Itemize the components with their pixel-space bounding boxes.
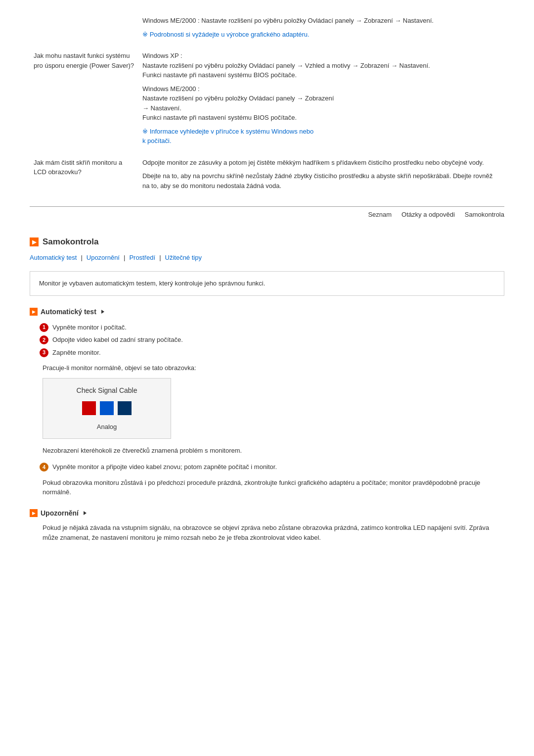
info-box-text: Monitor je vybaven automatickým testem, … bbox=[39, 280, 265, 287]
samokontrola-header: ▶ Samokontrola bbox=[30, 237, 504, 247]
upozorneni-header: ▶ Upozornění bbox=[30, 509, 504, 517]
signal-box: Check Signal Cable Analog bbox=[43, 378, 171, 439]
samokontrola-icon: ▶ bbox=[30, 237, 39, 246]
automaticky-test-header: ▶ Automatický test bbox=[30, 308, 504, 316]
sub-nav-tipy[interactable]: Užitečné tipy bbox=[165, 254, 202, 261]
faq-answer-3: Odpojte monitor ze zásuvky a potom jej č… bbox=[138, 152, 504, 197]
tab-seznam[interactable]: Seznam bbox=[368, 211, 392, 218]
upozorneni-text: Pokud je nějaká závada na vstupním signá… bbox=[43, 523, 504, 544]
step-4-warning: Nezobrazení kteréhokoli ze čtverečků zna… bbox=[43, 446, 504, 456]
faq-note-2: Informace vyhledejte v příručce k systém… bbox=[142, 127, 500, 146]
faq-row-3: Jak mám čistit skříň monitoru a LCD obra… bbox=[30, 152, 504, 197]
sub-nav-sep-3: | bbox=[159, 254, 161, 261]
step4-list: 4 Vypněte monitor a připojte video kabel… bbox=[40, 462, 504, 472]
faq-row-2: Jak mohu nastavit funkci systému pro úsp… bbox=[30, 45, 504, 152]
automaticky-title: Automatický test bbox=[41, 308, 96, 316]
step-1-text: Vypněte monitor i počítač. bbox=[52, 323, 127, 332]
signal-title: Check Signal Cable bbox=[77, 386, 137, 394]
faq-question-3: Jak mám čistit skříň monitoru a LCD obra… bbox=[30, 152, 138, 197]
step-3-subtext: Pracuje-li monitor normálně, objeví se t… bbox=[43, 363, 504, 373]
samokontrola-title: Samokontrola bbox=[43, 237, 98, 247]
square-blue bbox=[100, 401, 114, 415]
step-2-badge: 2 bbox=[40, 335, 48, 344]
faq-row-1: Windows ME/2000 : Nastavte rozlišení po … bbox=[30, 10, 504, 45]
step-2-text: Odpojte video kabel od zadní strany počí… bbox=[52, 335, 183, 345]
faq-answer-2: Windows XP : Nastavte rozlišení po výběr… bbox=[138, 45, 504, 152]
step-4-badge: 4 bbox=[40, 463, 48, 472]
sub-nav-sep-1: | bbox=[81, 254, 82, 261]
upozorneni-triangle-icon bbox=[84, 511, 87, 515]
sub-nav-sep-2: | bbox=[124, 254, 125, 261]
faq-answer-2-p1: Windows XP : Nastavte rozlišení po výběr… bbox=[142, 51, 500, 80]
info-box: Monitor je vybaven automatickým testem, … bbox=[30, 271, 504, 296]
step-1: 1 Vypněte monitor i počítač. bbox=[40, 323, 504, 332]
triangle-icon bbox=[101, 310, 104, 314]
sub-nav-automaticky[interactable]: Automatický test bbox=[30, 254, 77, 261]
automaticky-icon-arrow: ▶ bbox=[32, 309, 36, 314]
samokontrola-icon-arrow: ▶ bbox=[32, 239, 36, 245]
sub-nav-prostredi[interactable]: Prostředí bbox=[129, 254, 155, 261]
nav-tabs-row: Seznam Otázky a odpovědi Samokontrola bbox=[30, 206, 504, 222]
faq-question-1 bbox=[30, 10, 138, 45]
automaticky-icon: ▶ bbox=[30, 308, 38, 316]
faq-table: Windows ME/2000 : Nastavte rozlišení po … bbox=[30, 10, 504, 196]
faq-answer-2-p2: Windows ME/2000 : Nastavte rozlišení po … bbox=[142, 84, 500, 123]
step-2: 2 Odpojte video kabel od zadní strany po… bbox=[40, 335, 504, 345]
faq-answer-1-p1: Windows ME/2000 : Nastavte rozlišení po … bbox=[142, 16, 500, 26]
faq-note-1: Podrobnosti si vyžádejte u výrobce grafi… bbox=[142, 30, 500, 40]
tab-samokontrola[interactable]: Samokontrola bbox=[465, 211, 504, 218]
tab-otazky[interactable]: Otázky a odpovědi bbox=[401, 211, 455, 218]
steps-list: 1 Vypněte monitor i počítač. 2 Odpojte v… bbox=[40, 323, 504, 358]
upozorneni-icon-arrow: ▶ bbox=[32, 511, 36, 516]
signal-box-wrapper: Check Signal Cable Analog bbox=[43, 378, 504, 439]
step-3: 3 Zapněte monitor. bbox=[40, 348, 504, 358]
faq-answer-3-p1: Odpojte monitor ze zásuvky a potom jej č… bbox=[142, 158, 500, 168]
step-3-text: Zapněte monitor. bbox=[52, 348, 101, 358]
page-wrapper: Windows ME/2000 : Nastavte rozlišení po … bbox=[0, 0, 534, 568]
step-4-subtext: Pokud obrazovka monitoru zůstává i po př… bbox=[43, 478, 504, 497]
step-3-badge: 3 bbox=[40, 348, 48, 357]
step-1-badge: 1 bbox=[40, 323, 48, 332]
signal-squares bbox=[82, 401, 132, 415]
sub-nav: Automatický test | Upozornění | Prostřed… bbox=[30, 254, 504, 261]
square-darkblue bbox=[118, 401, 132, 415]
faq-answer-1: Windows ME/2000 : Nastavte rozlišení po … bbox=[138, 10, 504, 45]
step-4: 4 Vypněte monitor a připojte video kabel… bbox=[40, 462, 504, 472]
upozorneni-icon: ▶ bbox=[30, 509, 38, 517]
sub-nav-upozorneni[interactable]: Upozornění bbox=[87, 254, 120, 261]
step-4-text: Vypněte monitor a připojte video kabel z… bbox=[52, 462, 277, 472]
signal-analog: Analog bbox=[97, 423, 117, 430]
faq-question-2: Jak mohu nastavit funkci systému pro úsp… bbox=[30, 45, 138, 152]
upozorneni-title: Upozornění bbox=[41, 509, 79, 517]
faq-answer-3-p2: Dbejte na to, aby na povrchu skříně nezů… bbox=[142, 171, 500, 190]
square-red bbox=[82, 401, 96, 415]
